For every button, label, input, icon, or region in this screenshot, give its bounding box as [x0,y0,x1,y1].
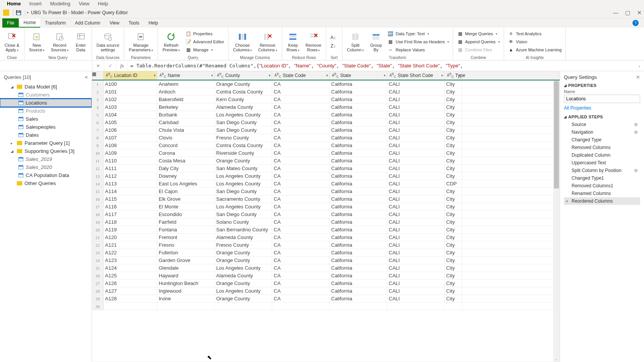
table-row[interactable]: 4A103BerkeleyAlameda CountyCACaliforniaC… [92,103,560,111]
column-header[interactable]: ABCLocation ID▾ [104,71,157,80]
help-icon[interactable]: ? [632,20,639,26]
query-folder[interactable]: Other Queries [0,179,92,187]
table-row[interactable]: 16A115Elk GroveSacramento CountyCACalifo… [92,195,560,203]
applied-step[interactable]: Uppercased Text [564,159,640,167]
ribbon-button-small[interactable]: 🔤Data Type: Text▾ [386,30,450,38]
formula-cancel-button[interactable]: ✕ [92,61,104,71]
table-row[interactable]: 6A105CarlsbadSan Diego CountyCACaliforni… [92,119,560,126]
query-folder[interactable]: ◢Data Model [6] [0,83,92,91]
applied-step[interactable]: Renamed Columns [564,190,640,197]
table-row[interactable]: 1A100AnaheimOrange CountyCACaliforniaCAL… [92,80,560,88]
ribbon-button-small[interactable]: ▦Merge Queries▾ [455,30,501,38]
collapse-queries-icon[interactable]: < [85,74,88,80]
ribbon-button[interactable]: Data sourcesettings [94,31,122,53]
table-row[interactable]: 22A121FresnoFresno CountyCACaliforniaCAL… [92,241,560,249]
query-folder[interactable]: ▸Parameter Query [1] [0,139,92,147]
column-header[interactable]: ABCCounty▾ [215,71,272,80]
table-row[interactable]: 28A127InglewoodLos Angeles CountyCACalif… [92,287,560,295]
applied-step[interactable]: Removed Columns [564,144,640,151]
ribbon-button[interactable]: RemoveRows▾ [303,31,324,53]
column-header[interactable]: ABCState▾ [330,71,387,80]
column-header[interactable]: ABCState Code▾ [272,71,330,80]
table-row[interactable]: 19A118FairfieldSolano CountyCACalifornia… [92,218,560,226]
table-corner[interactable]: ▦ [92,71,104,80]
query-table[interactable]: Sales_2020 [0,163,92,171]
tab-file[interactable]: File [2,18,19,28]
table-row[interactable]: 18A117EscondidoSan Diego CountyCACalifor… [92,211,560,218]
filter-icon[interactable]: ▾ [459,74,461,77]
qat-dropdown-icon[interactable]: ▾ [27,11,29,15]
ribbon-button-small[interactable]: ▦Manage▾ [184,46,226,54]
table-row[interactable]: 8A107ClovisFresno CountyCACaliforniaCALI… [92,134,560,142]
ribbon-button[interactable]: ChooseColumns▾ [231,31,254,53]
query-name-input[interactable] [564,95,640,103]
vertical-scrollbar[interactable]: ˄ ˅ [553,80,560,362]
ribbon-button[interactable]: RecentSources▾ [48,31,71,53]
query-table[interactable]: Sales [0,115,92,123]
ribbon-button-small[interactable]: A↓ [329,34,340,41]
ribbon-button-small[interactable]: ↔Replace Values [386,46,450,54]
filter-icon[interactable]: ▾ [154,74,156,77]
column-header[interactable]: ABCName▾ [157,71,215,80]
query-table[interactable]: Customers [0,91,92,99]
applied-step[interactable]: Source⚙ [564,121,640,128]
filter-icon[interactable]: ▾ [326,74,328,77]
formula-input[interactable]: = Table.ReorderColumns(#"Renamed Columns… [128,63,636,69]
gear-icon[interactable]: ⚙ [634,168,638,173]
ribbon-button-small[interactable]: ▦Append Queries▾ [455,38,501,46]
ribbon-button-small[interactable]: Z↓ [329,42,340,50]
tab-add-column[interactable]: Add Column [71,18,105,28]
ribbon-button[interactable]: ManageParameters▾ [127,31,155,53]
table-row[interactable]: 14A113East Los AngelesLos Angeles County… [92,180,560,188]
applied-step[interactable]: Changed Type [564,136,640,144]
table-row[interactable]: 7A106Chula VistaSan Diego CountyCACalifo… [92,126,560,134]
table-row[interactable]: 2A101AntiochContra Costa CountyCACalifor… [92,88,560,96]
formula-accept-button[interactable]: ✓ [104,61,117,71]
table-row[interactable]: 3A102BakersfieldKern CountyCACaliforniaC… [92,96,560,103]
table-row[interactable]: 11A110Costa MesaOrange CountyCACaliforni… [92,157,560,165]
query-table[interactable]: CA Population Data [0,171,92,179]
table-row[interactable]: 13A112DowneyLos Angeles CountyCACaliforn… [92,172,560,180]
applied-step[interactable]: Changed Type1 [564,174,640,182]
ribbon-button[interactable]: RemoveColumns▾ [256,31,279,53]
table-row[interactable]: 17A116El MonteLos Angeles CountyCACalifo… [92,203,560,211]
table-row[interactable]: 21A120FremontAlameda CountyCACaliforniaC… [92,234,560,241]
ribbon-button[interactable]: ✦NewSource▾ [27,31,47,53]
applied-step[interactable]: Removed Columns1 [564,182,640,190]
ribbon-button[interactable]: KeepRows▾ [284,31,302,53]
maximize-button[interactable]: ▢ [625,10,630,16]
ribbon-button[interactable]: EnterData [72,31,89,53]
ribbon-button[interactable]: Close &Apply▾ [2,31,22,53]
table-row[interactable]: 5A104BurbankLos Angeles CountyCACaliforn… [92,111,560,119]
minimize-button[interactable]: ― [613,10,618,16]
table-row[interactable]: 24A123Garden GroveOrange CountyCACalifor… [92,257,560,264]
applied-step[interactable]: Split Column by Position⚙ [564,167,640,174]
ribbon-button[interactable]: SplitColumn▾ [345,31,366,53]
query-table[interactable]: Sales_2019 [0,155,92,163]
ribbon-button-small[interactable]: 👁Vision [506,38,563,46]
ribbon-button-small[interactable]: ▲Azure Machine Learning [506,46,563,54]
table-row[interactable]: 27A126Huntington BeachOrange CountyCACal… [92,280,560,287]
ribbon-button[interactable]: GroupBy [368,31,384,53]
query-table[interactable]: Salespeoples [0,123,92,131]
all-properties-link[interactable]: All Properties [564,105,640,111]
tab-view[interactable]: View [105,18,124,28]
query-table[interactable]: Locations [0,99,92,107]
query-folder[interactable]: ◢Supporting Queries [3] [0,147,92,155]
gear-icon[interactable]: ⚙ [634,130,638,135]
table-row[interactable]: 25A124GlendaleLos Angeles CountyCACalifo… [92,264,560,272]
ribbon-button-small[interactable]: 📋Properties [184,30,226,38]
table-row[interactable]: 29A128IrvineOrange CountyCACaliforniaCAL… [92,295,560,303]
tab-transform[interactable]: Transform [40,18,70,28]
applied-step[interactable]: ✕Reordered Columns [564,197,640,205]
table-row[interactable]: 20A119FontanaSan Bernardino CountyCACali… [92,226,560,234]
column-header[interactable]: ABCType▾ [445,71,462,80]
ribbon-button[interactable]: RefreshPreview▾ [160,31,182,53]
query-table[interactable]: Dates [0,131,92,139]
gear-icon[interactable]: ⚙ [634,122,638,127]
query-table[interactable]: Products [0,107,92,115]
ribbon-button-small[interactable]: ▦Use First Row as Headers▾ [386,38,450,46]
tab-home[interactable]: Home [19,18,40,28]
filter-icon[interactable]: ▾ [211,74,213,77]
filter-icon[interactable]: ▾ [384,74,386,77]
